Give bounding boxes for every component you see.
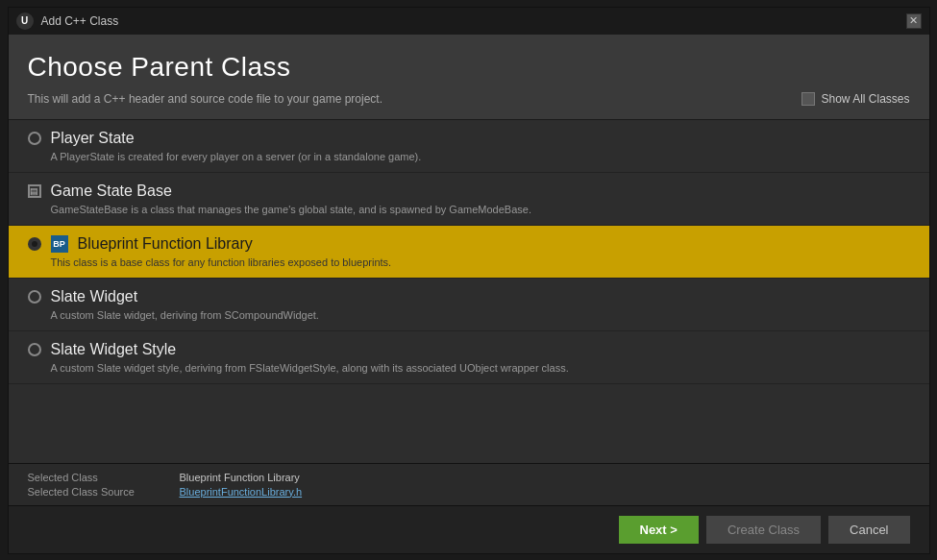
cancel-button[interactable]: Cancel (828, 516, 909, 544)
class-item-player-state[interactable]: Player State A PlayerState is created fo… (9, 120, 929, 173)
title-bar-title: Add C++ Class (41, 14, 119, 28)
class-desc-slate-widget: A custom Slate widget, deriving from SCo… (28, 309, 910, 321)
class-radio-game-state-base[interactable]: ▤ (28, 184, 41, 198)
close-button[interactable]: ✕ (906, 13, 922, 29)
class-item-blueprint-function-library[interactable]: BP Blueprint Function Library This class… (9, 226, 929, 279)
show-all-classes-checkbox[interactable] (801, 92, 815, 106)
selected-class-source-row: Selected Class Source BlueprintFunctionL… (28, 486, 910, 498)
next-button[interactable]: Next > (619, 516, 699, 544)
class-item-header: ▤ Game State Base (28, 183, 910, 200)
selected-class-source-label: Selected Class Source (28, 486, 172, 498)
class-name-player-state: Player State (51, 130, 135, 147)
class-desc-slate-widget-style: A custom Slate widget style, deriving fr… (28, 362, 910, 374)
blueprint-icon: BP (51, 235, 68, 253)
class-radio-player-state[interactable] (28, 132, 41, 145)
class-desc-blueprint-function-library: This class is a base class for any funct… (28, 256, 910, 268)
show-all-classes-toggle[interactable]: Show All Classes (801, 92, 909, 106)
class-name-blueprint-function-library: Blueprint Function Library (78, 235, 253, 253)
class-item-header: Player State (28, 130, 910, 147)
header-description: This will add a C++ header and source co… (28, 92, 383, 106)
dialog: U Add C++ Class ✕ Choose Parent Class Th… (8, 7, 930, 554)
class-item-header: Slate Widget (28, 288, 910, 305)
class-item-slate-widget-style[interactable]: Slate Widget Style A custom Slate widget… (9, 331, 929, 384)
title-bar-left: U Add C++ Class (16, 12, 119, 30)
class-item-header: BP Blueprint Function Library (28, 235, 910, 253)
create-class-button: Create Class (706, 516, 821, 544)
selected-class-label: Selected Class (28, 472, 172, 483)
class-desc-player-state: A PlayerState is created for every playe… (28, 151, 910, 162)
ue-logo-icon: U (16, 12, 34, 30)
header-sub: This will add a C++ header and source co… (28, 92, 910, 106)
footer-info: Selected Class Blueprint Function Librar… (9, 463, 929, 505)
class-item-slate-widget[interactable]: Slate Widget A custom Slate widget, deri… (9, 279, 929, 331)
class-radio-slate-widget-style[interactable] (28, 343, 41, 356)
button-bar: Next > Create Class Cancel (9, 505, 929, 553)
header-area: Choose Parent Class This will add a C++ … (9, 35, 929, 119)
class-item-game-state-base[interactable]: ▤ Game State Base GameStateBase is a cla… (9, 173, 929, 226)
show-all-classes-label: Show All Classes (821, 92, 909, 106)
class-radio-blueprint[interactable] (28, 237, 41, 251)
selected-class-value: Blueprint Function Library (180, 472, 300, 483)
class-name-slate-widget: Slate Widget (51, 288, 138, 305)
class-desc-game-state-base: GameStateBase is a class that manages th… (28, 204, 910, 215)
selected-class-source-link[interactable]: BlueprintFunctionLibrary.h (180, 486, 303, 498)
class-name-slate-widget-style: Slate Widget Style (51, 341, 177, 358)
title-bar: U Add C++ Class ✕ (9, 8, 929, 35)
page-title: Choose Parent Class (28, 52, 910, 83)
class-list[interactable]: Player State A PlayerState is created fo… (9, 119, 929, 463)
class-name-game-state-base: Game State Base (51, 183, 172, 200)
class-radio-slate-widget[interactable] (28, 290, 41, 304)
class-item-header: Slate Widget Style (28, 341, 910, 358)
selected-class-row: Selected Class Blueprint Function Librar… (28, 472, 910, 483)
